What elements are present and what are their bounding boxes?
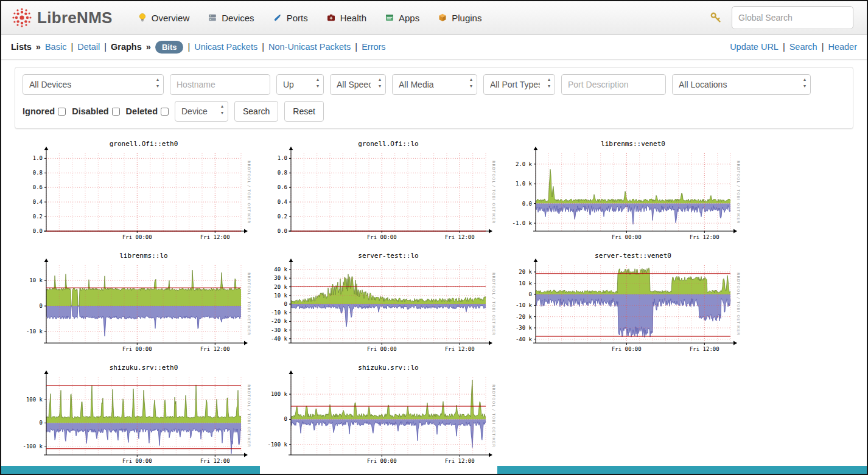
svg-text:0: 0 [529, 291, 532, 297]
top-navbar: LibreNMS Overview Devices [1, 1, 867, 35]
rrd-graph: 20 k10 k0-10 k-20 k-30 k-40 kFri 00:00Fr… [504, 249, 741, 360]
location-filter-select[interactable]: All Locations [672, 74, 811, 95]
svg-text:-20 k: -20 k [516, 314, 533, 320]
svg-text:0.0: 0.0 [278, 228, 287, 234]
svg-text:Fri 12:00: Fri 12:00 [200, 234, 230, 240]
update-url-link[interactable]: Update URL [730, 42, 779, 52]
graph-librenms-lo[interactable]: 10 k0-10 kFri 00:00Fri 12:00librenms::lo… [15, 249, 252, 360]
graph-librenms-venet0[interactable]: 2.0 k1.0 k0.0-1.0 kFri 00:00Fri 12:00lib… [504, 137, 741, 248]
graph-gronell-ofi-eth0[interactable]: 1.00.80.60.40.20.0Fri 00:00Fri 12:00gron… [15, 137, 252, 248]
rrd-graph: 100 k0-100 kFri 00:00Fri 12:00shizuku.sr… [15, 361, 252, 472]
svg-text:0.4: 0.4 [33, 199, 43, 205]
disabled-checkbox-label: Disabled [72, 106, 119, 116]
graph-shizuku-srv-eth0[interactable]: 100 k0-100 kFri 00:00Fri 12:00shizuku.sr… [15, 361, 252, 472]
svg-text:-30 k: -30 k [271, 327, 288, 333]
svg-text:0.8: 0.8 [278, 170, 287, 176]
svg-text:-10 k: -10 k [26, 328, 43, 335]
separator: » [36, 42, 41, 52]
svg-text:0.6: 0.6 [33, 184, 43, 190]
svg-text:0.4: 0.4 [278, 199, 287, 205]
navbar-right [710, 6, 857, 29]
menu-overview[interactable]: Overview [128, 1, 199, 34]
svg-text:20 k: 20 k [274, 284, 287, 290]
graph-gronell-ofi-lo[interactable]: 1.00.80.60.40.20.0Fri 00:00Fri 12:00gron… [259, 137, 497, 248]
svg-text:Fri 12:00: Fri 12:00 [200, 346, 230, 352]
svg-text:shizuku.srv::eth0: shizuku.srv::eth0 [110, 364, 178, 372]
menu-label: Apps [399, 13, 419, 23]
svg-text:RRDTOOL / TOBI OETIKER: RRDTOOL / TOBI OETIKER [247, 384, 251, 448]
graphs-grid: 1.00.80.60.40.20.0Fri 00:00Fri 12:00gron… [15, 137, 867, 472]
link-detail[interactable]: Detail [77, 42, 100, 52]
svg-text:10 k: 10 k [274, 293, 287, 299]
graph-server-test-venet0[interactable]: 20 k10 k0-10 k-20 k-30 k-40 kFri 00:00Fr… [504, 249, 741, 360]
svg-text:30 k: 30 k [274, 275, 287, 281]
state-filter-select[interactable]: Up [276, 74, 324, 95]
brand-logo[interactable]: LibreNMS [11, 7, 113, 29]
port-description-input[interactable] [561, 74, 666, 95]
menu-ports[interactable]: Ports [264, 1, 317, 34]
svg-text:10 k: 10 k [519, 280, 532, 286]
svg-text:0.2: 0.2 [278, 213, 287, 220]
svg-text:RRDTOOL / TOBI OETIKER: RRDTOOL / TOBI OETIKER [492, 272, 496, 336]
search-button[interactable]: Search [234, 101, 278, 122]
svg-text:40 k: 40 k [274, 266, 287, 272]
separator: | [187, 42, 190, 52]
filter-row-2: Ignored Disabled Deleted Device Search R… [23, 101, 845, 122]
menu-plugins[interactable]: Plugins [429, 1, 491, 34]
link-basic[interactable]: Basic [45, 42, 66, 52]
health-icon [326, 13, 336, 23]
secondary-toolbar: Lists » Basic | Detail | Graphs » Bits |… [1, 35, 867, 60]
menu-devices[interactable]: Devices [198, 1, 263, 34]
reset-button[interactable]: Reset [284, 101, 324, 122]
graph-tab-unicast-packets[interactable]: Unicast Packets [194, 42, 257, 52]
checkbox-label: Disabled [72, 106, 108, 116]
lightbulb-icon [138, 13, 147, 23]
svg-text:server-test::lo: server-test::lo [358, 252, 418, 260]
header-link[interactable]: Header [828, 42, 857, 52]
svg-text:gronell.Ofi::eth0: gronell.Ofi::eth0 [110, 140, 178, 148]
ignored-checkbox-label: Ignored [23, 106, 66, 116]
rrd-graph: 2.0 k1.0 k0.0-1.0 kFri 00:00Fri 12:00lib… [504, 137, 741, 248]
port-type-filter-select[interactable]: All Port Types [483, 74, 555, 95]
footer-bar [1, 466, 867, 474]
device-filter-select[interactable]: All Devices [23, 74, 164, 95]
apps-icon [385, 13, 394, 23]
svg-text:RRDTOOL / TOBI OETIKER: RRDTOOL / TOBI OETIKER [737, 272, 741, 336]
svg-text:100 k: 100 k [26, 397, 43, 403]
svg-text:-10 k: -10 k [271, 310, 288, 316]
svg-text:Fri 00:00: Fri 00:00 [367, 346, 397, 352]
svg-text:-30 k: -30 k [516, 325, 533, 331]
wrench-icon[interactable] [710, 12, 722, 24]
menu-apps[interactable]: Apps [376, 1, 429, 34]
group-by-select[interactable]: Device [175, 101, 228, 122]
svg-text:Fri 12:00: Fri 12:00 [200, 458, 230, 464]
graph-server-test-lo[interactable]: 40 k30 k20 k10 k0-10 k-20 k-30 k-40 kFri… [259, 249, 497, 360]
rrd-graph: 1.00.80.60.40.20.0Fri 00:00Fri 12:00gron… [15, 137, 252, 248]
search-link[interactable]: Search [789, 42, 817, 52]
svg-text:0.6: 0.6 [278, 184, 287, 190]
deleted-checkbox[interactable] [161, 108, 169, 116]
global-search-input[interactable] [732, 6, 853, 29]
svg-text:-40 k: -40 k [516, 336, 533, 342]
media-filter-select[interactable]: All Media [392, 74, 477, 95]
ignored-checkbox[interactable] [58, 108, 66, 116]
separator: | [355, 42, 357, 52]
plugins-icon [438, 13, 447, 23]
separator: | [71, 42, 73, 52]
hostname-input[interactable] [170, 74, 270, 95]
brand-name: LibreNMS [37, 9, 113, 27]
separator: | [783, 42, 785, 52]
svg-text:gronell.Ofi::lo: gronell.Ofi::lo [358, 140, 418, 148]
svg-text:Fri 12:00: Fri 12:00 [690, 346, 719, 352]
graph-shizuku-srv-lo[interactable]: 100 k0-100 kFri 00:00Fri 12:00shizuku.sr… [259, 361, 497, 472]
svg-text:-100 k: -100 k [23, 443, 43, 449]
lists-label: Lists [11, 42, 32, 52]
graph-tab-errors[interactable]: Errors [362, 42, 385, 52]
graph-tab-non-unicast-packets[interactable]: Non-Unicast Packets [268, 42, 351, 52]
toolbar-right-links: Update URL | Search | Header [730, 42, 857, 52]
speed-filter-select[interactable]: All Speeds [330, 74, 386, 95]
disabled-checkbox[interactable] [112, 108, 120, 116]
deleted-checkbox-label: Deleted [126, 106, 169, 116]
graph-tab-bits[interactable]: Bits [155, 41, 184, 54]
menu-health[interactable]: Health [317, 1, 376, 34]
